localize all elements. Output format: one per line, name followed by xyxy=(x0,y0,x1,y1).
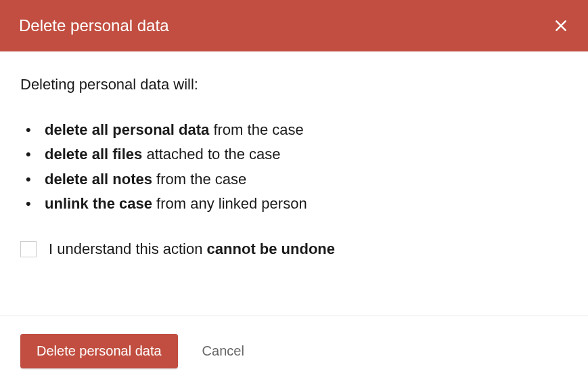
close-button[interactable] xyxy=(553,18,569,34)
cancel-button[interactable]: Cancel xyxy=(197,334,250,368)
list-item-bold: unlink the case xyxy=(45,195,152,212)
confirm-checkbox[interactable] xyxy=(20,241,37,257)
list-item-bold: delete all notes xyxy=(45,171,152,188)
list-item: delete all notes from the case xyxy=(20,167,568,192)
modal-header: Delete personal data xyxy=(0,0,588,51)
list-item: delete all files attached to the case xyxy=(20,142,568,167)
list-item-rest: from the case xyxy=(209,121,303,138)
modal-title: Delete personal data xyxy=(19,16,168,35)
modal-body: Deleting personal data will: delete all … xyxy=(0,51,588,316)
list-item-bold: delete all files xyxy=(45,146,142,163)
confirm-bold: cannot be undone xyxy=(207,240,335,257)
consequences-list: delete all personal data from the case d… xyxy=(20,118,568,216)
list-item-rest: from the case xyxy=(152,171,246,188)
intro-text: Deleting personal data will: xyxy=(20,76,568,93)
list-item-rest: from any linked person xyxy=(152,195,307,212)
confirm-row: I understand this action cannot be undon… xyxy=(20,240,568,258)
close-icon xyxy=(554,19,568,33)
list-item-rest: attached to the case xyxy=(142,146,280,163)
list-item: unlink the case from any linked person xyxy=(20,192,568,216)
list-item: delete all personal data from the case xyxy=(20,118,568,142)
confirm-label[interactable]: I understand this action cannot be undon… xyxy=(49,240,335,258)
delete-button[interactable]: Delete personal data xyxy=(20,334,178,368)
delete-personal-data-modal: Delete personal data Deleting personal d… xyxy=(0,0,588,386)
confirm-prefix: I understand this action xyxy=(49,240,207,257)
modal-footer: Delete personal data Cancel xyxy=(0,316,588,386)
list-item-bold: delete all personal data xyxy=(45,121,209,138)
